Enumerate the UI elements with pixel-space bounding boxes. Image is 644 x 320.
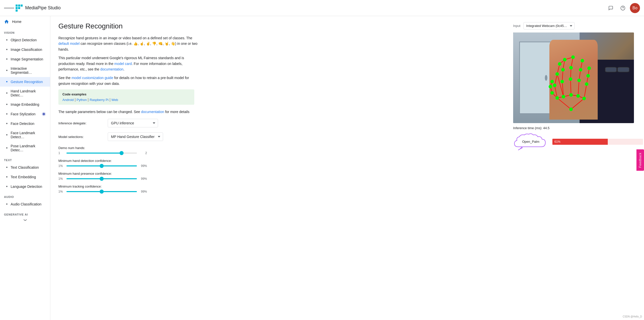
sidebar-item-image-segmentation[interactable]: Image Segmentation: [0, 54, 50, 64]
sidebar-item-object-detection[interactable]: Object Detection: [0, 35, 50, 45]
cloud-bubble-container: Open_Palm: [513, 133, 548, 151]
sidebar-item-audio-classification[interactable]: Audio Classification: [0, 199, 50, 209]
input-row: Input Integrated Webcam (0c45…: [513, 22, 638, 29]
sidebar-item-image-classification[interactable]: Image Classification: [0, 45, 50, 54]
svg-point-59: [550, 91, 554, 95]
demo-num-hands-slider[interactable]: [66, 153, 137, 154]
content-area: Gesture Recognition Recognize hand gestu…: [50, 16, 644, 320]
sidebar-item-text-classification[interactable]: Text Classification: [0, 163, 50, 172]
sidebar-item-label: Face Landmark Detect…: [11, 131, 46, 139]
demo-num-hands-row: 1 2: [58, 151, 199, 155]
topbar: MediaPipe Studio Bo: [0, 0, 644, 16]
min-hand-presence-max: 99%: [139, 177, 147, 181]
documentation-link-2[interactable]: documentation: [141, 110, 164, 114]
svg-point-54: [585, 82, 588, 86]
svg-point-44: [563, 58, 566, 61]
svg-point-41: [562, 95, 565, 98]
svg-rect-4: [18, 7, 20, 9]
min-tracking-label: Minimum tracking confidence:: [58, 185, 199, 188]
home-icon: [4, 19, 9, 24]
svg-rect-1: [18, 5, 20, 7]
sidebar-item-label: Hand Landmark Detec…: [11, 89, 46, 97]
svg-point-55: [586, 74, 590, 78]
demo-num-hands-min: 1: [58, 151, 64, 155]
svg-point-40: [558, 62, 561, 66]
min-hand-presence-row: 1% 99%: [58, 177, 199, 181]
sidebar-scroll-indicator: [0, 217, 50, 223]
main-layout: Home VISION Object Detection Image Class…: [0, 16, 644, 320]
sidebar-item-text-embedding[interactable]: Text Embedding: [0, 172, 50, 182]
svg-point-38: [553, 84, 556, 87]
app-title: MediaPipe Studio: [25, 5, 61, 11]
cloud-label: Open_Palm: [522, 140, 540, 144]
feedback-label[interactable]: Feedback: [636, 149, 644, 171]
svg-line-13: [562, 70, 563, 82]
result-bar: 61%: [552, 139, 608, 145]
min-hand-presence-slider[interactable]: [66, 178, 137, 179]
sidebar-item-label: Text Embedding: [11, 175, 36, 179]
demo-num-hands-max: 2: [139, 151, 147, 155]
min-tracking-slider[interactable]: [66, 191, 137, 192]
model-selections-select[interactable]: MP Hand Gesture Classifier: [108, 132, 163, 141]
inference-delegate-select[interactable]: GPU inference CPU inference: [108, 119, 158, 127]
svg-point-47: [569, 66, 573, 69]
demo-num-hands-label: Demo num hands:: [58, 146, 199, 150]
sidebar-item-interactive-segmentation[interactable]: Interactive Segmentati…: [0, 64, 50, 77]
sidebar-item-gesture-recognition[interactable]: Gesture Recognition: [0, 77, 50, 87]
min-hand-detection-label: Minimum hand detection confidence:: [58, 159, 199, 163]
webcam-source-select[interactable]: Integrated Webcam (0c45…: [523, 22, 575, 29]
sidebar-item-face-stylization[interactable]: Face Stylization: [0, 109, 50, 119]
min-hand-detection-section: Minimum hand detection confidence: 1% 99…: [58, 159, 199, 168]
hand-landmark-overlay: [513, 32, 634, 123]
home-label: Home: [12, 20, 21, 24]
min-hand-detection-slider[interactable]: [66, 165, 137, 166]
documentation-link-1[interactable]: documentation: [100, 67, 124, 71]
sidebar-item-label: Gesture Recognition: [11, 80, 43, 84]
topbar-actions: Bo: [606, 3, 640, 13]
svg-point-52: [581, 59, 584, 62]
sidebar-item-label: Interactive Segmentati…: [11, 66, 46, 75]
sidebar-item-face-detection[interactable]: Face Detection: [0, 119, 50, 128]
sidebar-item-image-embedding[interactable]: Image Embedding: [0, 100, 50, 109]
model-card-link[interactable]: model card: [114, 62, 132, 66]
min-tracking-row: 1% 99%: [58, 190, 199, 193]
svg-rect-0: [16, 5, 18, 7]
inference-delegate-row: Inference delegate: GPU inference CPU in…: [58, 119, 199, 127]
sidebar: Home VISION Object Detection Image Class…: [0, 16, 50, 320]
code-python-link[interactable]: Python: [77, 98, 87, 102]
sidebar-item-label: Text Classification: [11, 165, 39, 169]
help-icon-button[interactable]: [618, 3, 628, 13]
code-android-link[interactable]: Android: [62, 98, 74, 102]
min-hand-presence-label: Minimum hand presence confidence:: [58, 172, 199, 175]
topbar-logo: MediaPipe Studio: [15, 4, 61, 12]
min-tracking-max: 99%: [139, 190, 147, 193]
sidebar-item-label: Image Segmentation: [11, 57, 43, 61]
sidebar-item-hand-landmark[interactable]: Hand Landmark Detec…: [0, 87, 50, 100]
svg-point-45: [569, 93, 573, 97]
svg-point-46: [569, 77, 572, 81]
sidebar-item-label: Face Stylization: [11, 112, 35, 116]
sidebar-home[interactable]: Home: [0, 16, 50, 27]
svg-point-58: [549, 85, 552, 88]
sidebar-item-label: Language Detection: [11, 185, 42, 189]
sidebar-item-label: Audio Classification: [11, 202, 41, 206]
sidebar-item-pose-landmark[interactable]: Pose Landmark Detec…: [0, 141, 50, 155]
svg-point-49: [576, 94, 580, 98]
webcam-container: [513, 32, 634, 123]
sidebar-item-language-detection[interactable]: Language Detection: [0, 182, 50, 191]
model-customization-link[interactable]: model customization guide: [71, 76, 113, 80]
menu-button[interactable]: [4, 3, 14, 13]
svg-line-18: [578, 80, 579, 96]
code-web-link[interactable]: Web: [111, 98, 118, 102]
feedback-icon-button[interactable]: [606, 3, 616, 13]
svg-point-42: [560, 80, 564, 83]
sidebar-item-face-landmark[interactable]: Face Landmark Detect…: [0, 128, 50, 141]
min-hand-detection-min: 1%: [58, 164, 64, 168]
feedback-side-button[interactable]: Feedback: [636, 149, 644, 171]
code-examples-title: Code examples: [62, 92, 190, 96]
svg-point-48: [571, 55, 575, 59]
user-avatar[interactable]: Bo: [630, 3, 640, 13]
default-model-link[interactable]: default model: [58, 42, 80, 46]
min-hand-presence-min: 1%: [58, 177, 64, 181]
code-raspberry-link[interactable]: Raspberry Pi: [90, 98, 108, 102]
